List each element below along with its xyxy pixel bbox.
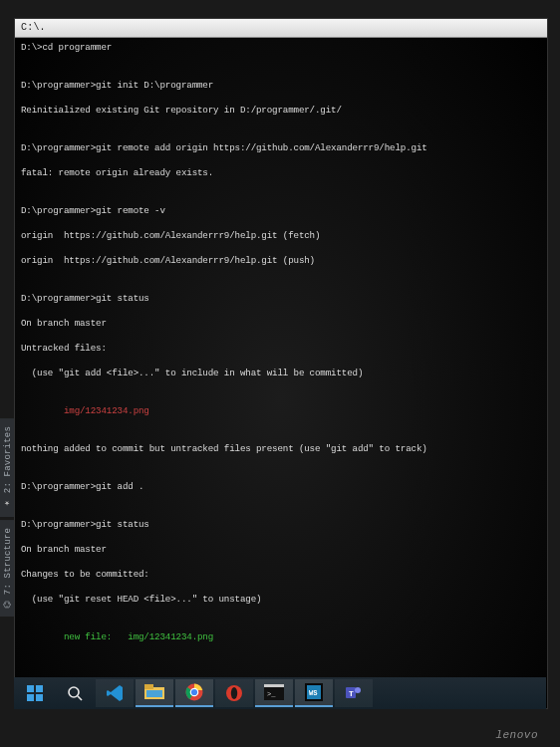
start-button[interactable]	[16, 679, 54, 707]
terminal-output[interactable]: D:\>cd programmer D:\programmer>git init…	[15, 38, 547, 709]
terminal-line: D:\programmer>git status	[21, 293, 541, 306]
svg-line-5	[78, 696, 82, 700]
file-explorer-taskbar-icon[interactable]	[136, 679, 173, 707]
svg-rect-1	[36, 685, 43, 692]
terminal-line: (use "git add <file>..." to include in w…	[21, 368, 541, 380]
terminal-line: Untracked files:	[21, 343, 541, 356]
terminal-line: img/12341234.png	[21, 405, 541, 418]
teams-icon: T	[345, 684, 363, 702]
svg-rect-3	[36, 694, 43, 701]
search-icon	[67, 685, 83, 701]
terminal-line: D:\>cd programmer	[21, 42, 541, 55]
svg-point-4	[69, 687, 79, 697]
terminal-line: Changes to be committed:	[21, 569, 541, 582]
terminal-line: D:\programmer>git init D:\programmer	[21, 80, 541, 93]
vscode-taskbar-icon[interactable]	[96, 679, 134, 707]
search-button[interactable]	[56, 679, 94, 707]
terminal-line: Reinitialized existing Git repository in…	[21, 105, 541, 118]
svg-point-21	[355, 687, 361, 693]
svg-text:WS: WS	[309, 689, 317, 697]
svg-rect-15	[264, 684, 284, 687]
terminal-line: origin https://github.com/Alexanderrr9/h…	[21, 230, 541, 243]
svg-rect-2	[27, 694, 34, 701]
terminal-line: new file: img/12341234.png	[21, 631, 541, 644]
terminal-line: On branch master	[21, 544, 541, 557]
terminal-icon: >_	[264, 684, 284, 700]
taskbar: >_ WS T	[14, 677, 546, 709]
terminal-line: (use "git reset HEAD <file>..." to unsta…	[21, 594, 541, 607]
laptop-brand-logo: lenovo	[495, 729, 538, 741]
window-title: C:\.	[21, 22, 46, 33]
terminal-window: C:\. D:\>cd programmer D:\programmer>git…	[14, 18, 548, 709]
teams-taskbar-icon[interactable]: T	[335, 679, 373, 707]
svg-rect-7	[144, 684, 153, 689]
file-explorer-icon	[144, 684, 164, 700]
terminal-line: D:\programmer>git status	[21, 519, 541, 532]
vscode-icon	[105, 683, 125, 703]
svg-text:T: T	[349, 689, 354, 698]
terminal-line: D:\programmer>git remote add origin http…	[21, 142, 541, 155]
terminal-line: origin https://github.com/Alexanderrr9/h…	[21, 255, 541, 268]
svg-text:>_: >_	[267, 690, 276, 698]
opera-taskbar-icon[interactable]	[215, 679, 253, 707]
window-titlebar[interactable]: C:\.	[15, 19, 547, 38]
terminal-line: D:\programmer>git remote -v	[21, 205, 541, 218]
svg-point-13	[231, 687, 237, 699]
webstorm-icon: WS	[305, 683, 323, 701]
webstorm-taskbar-icon[interactable]: WS	[295, 679, 333, 707]
chrome-icon	[185, 683, 203, 701]
opera-icon	[225, 684, 243, 702]
svg-rect-8	[146, 690, 162, 697]
terminal-taskbar-icon[interactable]: >_	[255, 679, 293, 707]
terminal-line: fatal: remote origin already exists.	[21, 167, 541, 180]
terminal-line: nothing added to commit but untracked fi…	[21, 443, 541, 456]
terminal-line: D:\programmer>git add .	[21, 481, 541, 494]
terminal-line: On branch master	[21, 318, 541, 331]
svg-rect-0	[27, 685, 34, 692]
svg-point-11	[191, 689, 197, 695]
chrome-taskbar-icon[interactable]	[175, 679, 213, 707]
